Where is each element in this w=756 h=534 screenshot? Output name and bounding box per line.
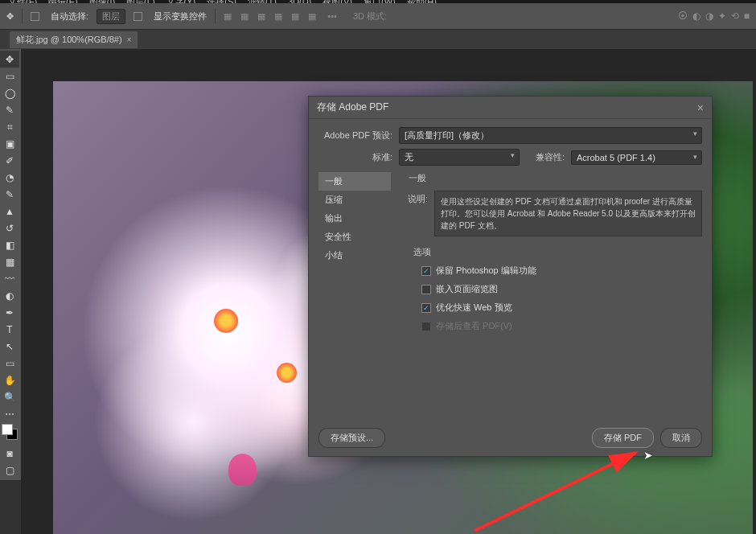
move-tool-icon[interactable]: ✥ xyxy=(6,11,14,22)
fg-swatch[interactable] xyxy=(2,424,13,435)
show-transform-label: 显示变换控件 xyxy=(154,10,207,23)
frame-tool[interactable]: ▣ xyxy=(0,135,19,152)
history-brush-tool[interactable]: ↺ xyxy=(0,220,19,236)
path-select-tool[interactable]: ↖ xyxy=(0,338,19,355)
marquee-tool[interactable]: ▭ xyxy=(0,68,19,84)
blur-tool[interactable]: 〰 xyxy=(0,270,19,287)
hand-tool[interactable]: ✋ xyxy=(0,372,19,388)
pen-tool[interactable]: ✒ xyxy=(0,304,19,321)
nav-general[interactable]: 一般 xyxy=(318,172,391,191)
nav-output[interactable]: 输出 xyxy=(318,209,391,228)
screenmode-tool[interactable]: ▢ xyxy=(0,462,19,479)
standard-dropdown[interactable]: 无 xyxy=(399,149,520,166)
auto-select-label: 自动选择: xyxy=(51,10,88,23)
eraser-tool[interactable]: ◧ xyxy=(0,236,19,253)
text-tool[interactable]: T xyxy=(0,321,19,338)
cancel-button[interactable]: 取消 xyxy=(660,428,702,448)
dodge-tool[interactable]: ◐ xyxy=(0,287,19,304)
color-swatches[interactable] xyxy=(2,424,21,445)
dialog-titlebar[interactable]: 存储 Adobe PDF × xyxy=(309,97,712,119)
thumbnail-checkbox[interactable] xyxy=(421,285,431,294)
preserve-checkbox[interactable] xyxy=(421,266,431,276)
mode3d-label: 3D 模式: xyxy=(353,10,387,23)
section-title: 一般 xyxy=(409,172,702,184)
close-tab-icon[interactable]: × xyxy=(127,35,132,44)
menu-help[interactable]: 帮助(H) xyxy=(407,0,437,3)
save-preset-button[interactable]: 存储预设... xyxy=(318,428,385,448)
tool-palette: ✥ ▭ ◯ ✎ ⌗ ▣ ✐ ◔ ✎ ▲ ↺ ◧ ▦ 〰 ◐ ✒ T ↖ ▭ ✋ … xyxy=(0,49,21,480)
menu-type[interactable]: 文字(Y) xyxy=(166,0,196,3)
lasso-tool[interactable]: ◯ xyxy=(0,84,19,101)
zoom-tool[interactable]: 🔍 xyxy=(0,388,19,405)
menu-file[interactable]: 文件(F) xyxy=(8,0,37,3)
quickmask-tool[interactable]: ◙ xyxy=(0,445,19,462)
options-title: 选项 xyxy=(413,246,702,258)
edit-toolbar[interactable]: ⋯ xyxy=(0,405,19,422)
menu-filter[interactable]: 滤镜(T) xyxy=(248,0,277,3)
document-tab-label: 鲜花.jpg @ 100%(RGB/8#) xyxy=(16,34,122,46)
preset-dropdown[interactable]: [高质量打印]（修改） xyxy=(399,127,702,144)
align-icons[interactable]: ▦ ▦ ▦ ▦ ▦ ▦ xyxy=(224,11,319,22)
quick-select-tool[interactable]: ✎ xyxy=(0,101,19,118)
options-bar: ✥ 自动选择: 图层 显示变换控件 ▦ ▦ ▦ ▦ ▦ ▦ ••• 3D 模式:… xyxy=(0,3,756,30)
close-icon[interactable]: × xyxy=(697,101,704,114)
mode3d-icons[interactable]: ⦿◐◑✦⟲■ xyxy=(678,10,750,22)
menu-select[interactable]: 选择(S) xyxy=(207,0,236,3)
brush-tool[interactable]: ✎ xyxy=(0,186,19,203)
move-tool[interactable]: ✥ xyxy=(0,51,19,68)
view-after-checkbox xyxy=(421,322,431,331)
eyedropper-tool[interactable]: ✐ xyxy=(0,152,19,169)
menu-view[interactable]: 视图(V) xyxy=(323,0,352,3)
web-optimize-checkbox[interactable] xyxy=(421,303,431,313)
thumbnail-label: 嵌入页面缩览图 xyxy=(436,283,498,295)
menu-edit[interactable]: 编辑(E) xyxy=(48,0,78,3)
nav-security[interactable]: 安全性 xyxy=(318,228,391,246)
standard-label: 标准: xyxy=(318,151,392,163)
shape-tool[interactable]: ▭ xyxy=(0,355,19,372)
description-label: 说明: xyxy=(399,191,428,236)
menu-3d[interactable]: 3D(D) xyxy=(288,0,311,3)
menu-layer[interactable]: 图层(L) xyxy=(126,0,154,3)
menu-window[interactable]: 窗口(W) xyxy=(364,0,396,3)
preset-label: Adobe PDF 预设: xyxy=(318,129,392,142)
auto-select-dropdown[interactable]: 图层 xyxy=(97,9,125,24)
dialog-sidenav: 一般 压缩 输出 安全性 小结 xyxy=(318,172,391,339)
compat-dropdown[interactable]: Acrobat 5 (PDF 1.4) xyxy=(571,150,702,165)
save-pdf-dialog: 存储 Adobe PDF × Adobe PDF 预设: [高质量打印]（修改）… xyxy=(308,96,713,457)
save-pdf-button[interactable]: 存储 PDF xyxy=(592,428,654,448)
more-icon[interactable]: ••• xyxy=(327,11,337,21)
crop-tool[interactable]: ⌗ xyxy=(0,118,19,135)
gradient-tool[interactable]: ▦ xyxy=(0,253,19,270)
healing-tool[interactable]: ◔ xyxy=(0,169,19,186)
view-after-label: 存储后查看 PDF(V) xyxy=(436,320,512,332)
compat-label: 兼容性: xyxy=(526,151,565,163)
web-optimize-label: 优化快速 Web 预览 xyxy=(436,302,512,314)
show-transform-checkbox[interactable] xyxy=(134,12,142,21)
document-tab-bar: 鲜花.jpg @ 100%(RGB/8#) × xyxy=(0,30,756,49)
nav-summary[interactable]: 小结 xyxy=(318,246,391,265)
stamp-tool[interactable]: ▲ xyxy=(0,203,19,220)
preserve-label: 保留 Photoshop 编辑功能 xyxy=(436,265,536,277)
dialog-title: 存储 Adobe PDF xyxy=(317,101,388,114)
description-text[interactable]: 使用这些设定创建的 PDF 文档可通过桌面打印机和 proofer 进行高质量打… xyxy=(434,191,702,236)
nav-compression[interactable]: 压缩 xyxy=(318,191,391,209)
auto-select-checkbox[interactable] xyxy=(31,12,39,21)
menu-image[interactable]: 图像(I) xyxy=(89,0,115,3)
document-tab[interactable]: 鲜花.jpg @ 100%(RGB/8#) × xyxy=(10,31,138,48)
